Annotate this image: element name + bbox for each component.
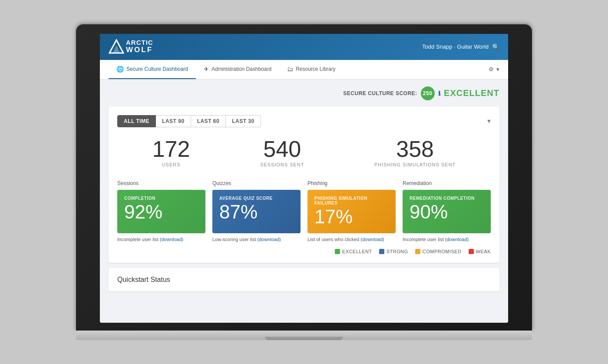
score-bar: SECURE CULTURE SCORE: 250 ℹ EXCELLENT (109, 86, 499, 100)
legend-compromised: COMPROMISED (415, 249, 462, 254)
filter-last-60[interactable]: LAST 60 (191, 115, 226, 127)
rocket-icon: ✈ (204, 66, 209, 73)
legend-weak: WEAK (469, 249, 491, 254)
phishing-tile: PHISHING SIMULATION FAILURES 17% (307, 190, 396, 233)
legend-dot-compromised (415, 249, 420, 254)
screen-bezel: ARCTIC WOLF Todd Snapp · Guitar World 🔍 … (76, 24, 532, 331)
remediation-footer: Incomplete user list (download) (403, 237, 491, 242)
collapse-icon[interactable]: ▾ (487, 117, 491, 125)
laptop-base (76, 331, 532, 340)
metric-cards: Sessions COMPLETION 92% Incomplete user … (117, 180, 491, 242)
svg-marker-1 (113, 45, 120, 53)
library-icon: 🗂 (287, 66, 293, 73)
remediation-download-link[interactable]: (download) (445, 237, 469, 242)
quickstart-title: Quickstart Status (117, 276, 491, 284)
chevron-down-icon: ▾ (496, 66, 499, 73)
filter-all-time[interactable]: ALL TIME (117, 115, 156, 127)
phishing-footer: List of users who clicked (download) (307, 237, 396, 242)
quizzes-tile: AVERAGE QUIZ SCORE 87% (212, 190, 301, 233)
remediation-tile: REMEDIATION COMPLETION 90% (403, 190, 491, 233)
sessions-download-link[interactable]: (download) (160, 237, 183, 242)
legend-row: EXCELLENT STRONG COMPROMISED WEAK (117, 249, 491, 254)
nav-bar: 🌐 Secure Culture Dashboard ✈ Administrat… (100, 60, 508, 79)
tab-resource[interactable]: 🗂 Resource Library (279, 60, 343, 79)
score-badge: 250 (421, 86, 435, 100)
user-info: Todd Snapp · Guitar World 🔍 (422, 43, 499, 50)
screen: ARCTIC WOLF Todd Snapp · Guitar World 🔍 … (100, 34, 508, 323)
nav-tabs: 🌐 Secure Culture Dashboard ✈ Administrat… (109, 60, 344, 79)
laptop-container: ARCTIC WOLF Todd Snapp · Guitar World 🔍 … (76, 24, 532, 340)
logo-icon (109, 39, 124, 55)
stats-row: 172 USERS 540 SESSIONS SENT 358 PHISHING… (117, 138, 491, 167)
metric-phishing: Phishing PHISHING SIMULATION FAILURES 17… (307, 180, 396, 242)
quickstart-card: Quickstart Status (109, 268, 499, 291)
quizzes-footer: Low-scoring user list (download) (212, 237, 301, 242)
legend-strong: STRONG (379, 249, 408, 254)
app-header: ARCTIC WOLF Todd Snapp · Guitar World 🔍 (100, 34, 508, 60)
phishing-download-link[interactable]: (download) (360, 237, 384, 242)
time-filter-row: ALL TIME LAST 90 LAST 60 LAST 30 ▾ (117, 115, 491, 127)
nav-settings[interactable]: ⚙ ▾ (489, 66, 499, 73)
score-rating: EXCELLENT (444, 88, 499, 98)
tab-admin[interactable]: ✈ Administration Dashboard (196, 60, 279, 79)
legend-excellent: EXCELLENT (335, 249, 372, 254)
sessions-footer: Incomplete user list (download) (117, 237, 205, 242)
info-icon[interactable]: ℹ (438, 90, 441, 97)
sessions-tile: COMPLETION 92% (117, 190, 205, 233)
legend-dot-weak (469, 249, 474, 254)
search-icon[interactable]: 🔍 (492, 43, 499, 50)
logo-text: ARCTIC WOLF (126, 39, 153, 54)
time-filter-buttons: ALL TIME LAST 90 LAST 60 LAST 30 (117, 115, 261, 127)
metric-sessions: Sessions COMPLETION 92% Incomplete user … (117, 180, 205, 242)
tab-secure-culture[interactable]: 🌐 Secure Culture Dashboard (109, 60, 196, 79)
logo-area: ARCTIC WOLF (109, 39, 153, 55)
gear-icon: ⚙ (489, 66, 494, 73)
filter-last-30[interactable]: LAST 30 (226, 115, 261, 127)
filter-last-90[interactable]: LAST 90 (156, 115, 191, 127)
legend-dot-strong (379, 249, 384, 254)
legend-dot-excellent (335, 249, 340, 254)
main-card: ALL TIME LAST 90 LAST 60 LAST 30 ▾ 172 U… (109, 106, 499, 263)
metric-remediation: Remediation REMEDIATION COMPLETION 90% I… (403, 180, 491, 242)
globe-icon: 🌐 (116, 66, 124, 73)
quizzes-download-link[interactable]: (download) (257, 237, 281, 242)
content-area: SECURE CULTURE SCORE: 250 ℹ EXCELLENT AL… (100, 79, 508, 323)
stat-phishing: 358 PHISHING SIMULATIONS SENT (374, 138, 456, 167)
stat-users: 172 USERS (152, 138, 190, 167)
stat-sessions: 540 SESSIONS SENT (260, 138, 304, 167)
metric-quizzes: Quizzes AVERAGE QUIZ SCORE 87% Low-scori… (212, 180, 301, 242)
